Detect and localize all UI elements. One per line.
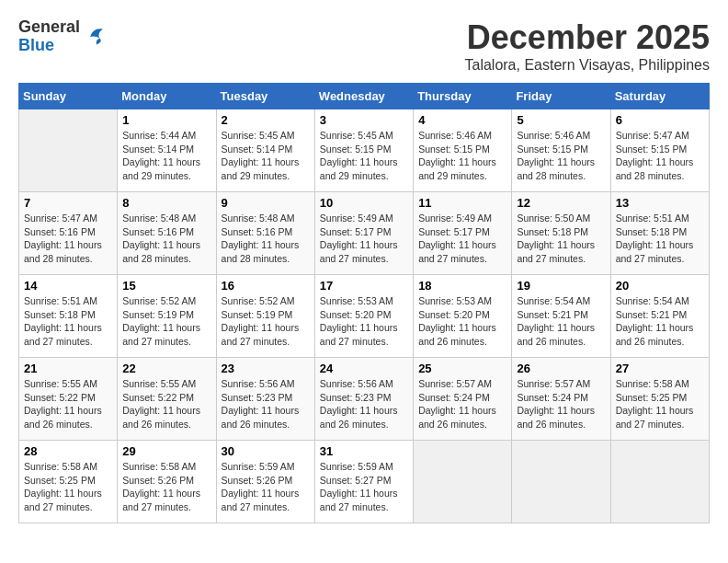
day-number: 13 xyxy=(616,196,704,210)
day-info: Sunrise: 5:51 AMSunset: 5:18 PMDaylight:… xyxy=(24,295,102,347)
calendar-cell: 28 Sunrise: 5:58 AMSunset: 5:25 PMDaylig… xyxy=(19,441,118,523)
day-number: 30 xyxy=(222,444,310,458)
calendar-cell: 30 Sunrise: 5:59 AMSunset: 5:26 PMDaylig… xyxy=(216,441,314,523)
day-info: Sunrise: 5:58 AMSunset: 5:25 PMDaylight:… xyxy=(616,378,694,430)
calendar-cell: 3 Sunrise: 5:45 AMSunset: 5:15 PMDayligh… xyxy=(314,109,413,192)
day-number: 7 xyxy=(24,196,112,210)
day-number: 14 xyxy=(24,279,112,293)
day-number: 20 xyxy=(616,279,704,293)
day-number: 1 xyxy=(122,113,210,127)
calendar-cell: 12 Sunrise: 5:50 AMSunset: 5:18 PMDaylig… xyxy=(512,192,610,275)
calendar-table: SundayMondayTuesdayWednesdayThursdayFrid… xyxy=(18,83,710,523)
calendar-cell: 15 Sunrise: 5:52 AMSunset: 5:19 PMDaylig… xyxy=(118,275,216,358)
header-tuesday: Tuesday xyxy=(216,84,314,109)
header-thursday: Thursday xyxy=(414,84,512,109)
calendar-week-3: 14 Sunrise: 5:51 AMSunset: 5:18 PMDaylig… xyxy=(19,275,710,358)
day-number: 16 xyxy=(222,279,310,293)
day-number: 28 xyxy=(24,444,112,458)
day-info: Sunrise: 5:47 AMSunset: 5:16 PMDaylight:… xyxy=(24,213,102,264)
day-info: Sunrise: 5:48 AMSunset: 5:16 PMDaylight:… xyxy=(122,213,200,264)
calendar-cell: 14 Sunrise: 5:51 AMSunset: 5:18 PMDaylig… xyxy=(19,275,118,358)
day-number: 4 xyxy=(418,113,506,127)
logo-general-text: General xyxy=(18,18,80,37)
day-number: 9 xyxy=(222,196,310,210)
day-number: 15 xyxy=(122,279,210,293)
page-header: General Blue December 2025 Talalora, Eas… xyxy=(18,18,710,74)
calendar-cell: 9 Sunrise: 5:48 AMSunset: 5:16 PMDayligh… xyxy=(216,192,314,275)
day-info: Sunrise: 5:46 AMSunset: 5:15 PMDaylight:… xyxy=(418,130,496,181)
calendar-week-5: 28 Sunrise: 5:58 AMSunset: 5:25 PMDaylig… xyxy=(19,441,710,523)
day-number: 18 xyxy=(418,279,506,293)
header-monday: Monday xyxy=(118,84,216,109)
calendar-cell: 5 Sunrise: 5:46 AMSunset: 5:15 PMDayligh… xyxy=(512,109,610,192)
day-info: Sunrise: 5:44 AMSunset: 5:14 PMDaylight:… xyxy=(122,130,200,181)
day-info: Sunrise: 5:51 AMSunset: 5:18 PMDaylight:… xyxy=(616,213,694,264)
calendar-cell: 18 Sunrise: 5:53 AMSunset: 5:20 PMDaylig… xyxy=(414,275,512,358)
day-info: Sunrise: 5:54 AMSunset: 5:21 PMDaylight:… xyxy=(517,295,595,347)
header-sunday: Sunday xyxy=(19,84,118,109)
day-number: 3 xyxy=(320,113,408,127)
day-number: 17 xyxy=(320,279,408,293)
calendar-header-row: SundayMondayTuesdayWednesdayThursdayFrid… xyxy=(19,84,710,109)
day-info: Sunrise: 5:54 AMSunset: 5:21 PMDaylight:… xyxy=(616,295,694,347)
day-number: 19 xyxy=(517,279,605,293)
day-number: 10 xyxy=(320,196,408,210)
day-info: Sunrise: 5:45 AMSunset: 5:15 PMDaylight:… xyxy=(320,130,398,181)
day-info: Sunrise: 5:52 AMSunset: 5:19 PMDaylight:… xyxy=(122,295,200,347)
calendar-cell: 31 Sunrise: 5:59 AMSunset: 5:27 PMDaylig… xyxy=(314,441,413,523)
day-info: Sunrise: 5:53 AMSunset: 5:20 PMDaylight:… xyxy=(418,295,496,347)
day-info: Sunrise: 5:55 AMSunset: 5:22 PMDaylight:… xyxy=(24,378,102,430)
day-number: 6 xyxy=(616,113,704,127)
day-number: 31 xyxy=(320,444,408,458)
calendar-week-4: 21 Sunrise: 5:55 AMSunset: 5:22 PMDaylig… xyxy=(19,358,710,441)
calendar-cell xyxy=(414,441,512,523)
calendar-cell: 16 Sunrise: 5:52 AMSunset: 5:19 PMDaylig… xyxy=(216,275,314,358)
calendar-cell: 10 Sunrise: 5:49 AMSunset: 5:17 PMDaylig… xyxy=(314,192,413,275)
logo-bird-icon xyxy=(84,24,109,50)
day-info: Sunrise: 5:53 AMSunset: 5:20 PMDaylight:… xyxy=(320,295,398,347)
day-info: Sunrise: 5:57 AMSunset: 5:24 PMDaylight:… xyxy=(517,378,595,430)
calendar-cell: 23 Sunrise: 5:56 AMSunset: 5:23 PMDaylig… xyxy=(216,358,314,441)
day-info: Sunrise: 5:55 AMSunset: 5:22 PMDaylight:… xyxy=(122,378,200,430)
day-number: 26 xyxy=(517,362,605,375)
calendar-cell xyxy=(512,441,610,523)
calendar-cell xyxy=(610,441,709,523)
calendar-cell: 17 Sunrise: 5:53 AMSunset: 5:20 PMDaylig… xyxy=(314,275,413,358)
day-info: Sunrise: 5:59 AMSunset: 5:26 PMDaylight:… xyxy=(222,461,300,512)
day-info: Sunrise: 5:57 AMSunset: 5:24 PMDaylight:… xyxy=(418,378,496,430)
day-number: 22 xyxy=(122,362,210,375)
day-number: 12 xyxy=(517,196,605,210)
calendar-cell: 13 Sunrise: 5:51 AMSunset: 5:18 PMDaylig… xyxy=(610,192,709,275)
calendar-cell: 25 Sunrise: 5:57 AMSunset: 5:24 PMDaylig… xyxy=(414,358,512,441)
day-number: 5 xyxy=(517,113,605,127)
calendar-cell: 6 Sunrise: 5:47 AMSunset: 5:15 PMDayligh… xyxy=(610,109,709,192)
day-number: 21 xyxy=(24,362,112,375)
calendar-cell: 22 Sunrise: 5:55 AMSunset: 5:22 PMDaylig… xyxy=(118,358,216,441)
header-friday: Friday xyxy=(512,84,610,109)
header-saturday: Saturday xyxy=(610,84,709,109)
logo: General Blue xyxy=(18,18,109,55)
day-info: Sunrise: 5:50 AMSunset: 5:18 PMDaylight:… xyxy=(517,213,595,264)
day-number: 29 xyxy=(122,444,210,458)
day-number: 11 xyxy=(418,196,506,210)
calendar-cell: 29 Sunrise: 5:58 AMSunset: 5:26 PMDaylig… xyxy=(118,441,216,523)
day-number: 24 xyxy=(320,362,408,375)
calendar-cell: 26 Sunrise: 5:57 AMSunset: 5:24 PMDaylig… xyxy=(512,358,610,441)
calendar-cell: 21 Sunrise: 5:55 AMSunset: 5:22 PMDaylig… xyxy=(19,358,118,441)
day-info: Sunrise: 5:56 AMSunset: 5:23 PMDaylight:… xyxy=(222,378,300,430)
calendar-cell: 19 Sunrise: 5:54 AMSunset: 5:21 PMDaylig… xyxy=(512,275,610,358)
calendar-cell: 7 Sunrise: 5:47 AMSunset: 5:16 PMDayligh… xyxy=(19,192,118,275)
calendar-week-2: 7 Sunrise: 5:47 AMSunset: 5:16 PMDayligh… xyxy=(19,192,710,275)
day-info: Sunrise: 5:58 AMSunset: 5:25 PMDaylight:… xyxy=(24,461,102,512)
day-info: Sunrise: 5:48 AMSunset: 5:16 PMDaylight:… xyxy=(222,213,300,264)
calendar-cell: 24 Sunrise: 5:56 AMSunset: 5:23 PMDaylig… xyxy=(314,358,413,441)
calendar-cell: 8 Sunrise: 5:48 AMSunset: 5:16 PMDayligh… xyxy=(118,192,216,275)
day-number: 25 xyxy=(418,362,506,375)
day-info: Sunrise: 5:59 AMSunset: 5:27 PMDaylight:… xyxy=(320,461,398,512)
calendar-cell: 11 Sunrise: 5:49 AMSunset: 5:17 PMDaylig… xyxy=(414,192,512,275)
day-info: Sunrise: 5:52 AMSunset: 5:19 PMDaylight:… xyxy=(222,295,300,347)
title-block: December 2025 Talalora, Eastern Visayas,… xyxy=(464,18,710,74)
day-info: Sunrise: 5:45 AMSunset: 5:14 PMDaylight:… xyxy=(222,130,300,181)
calendar-cell xyxy=(19,109,118,192)
day-info: Sunrise: 5:56 AMSunset: 5:23 PMDaylight:… xyxy=(320,378,398,430)
